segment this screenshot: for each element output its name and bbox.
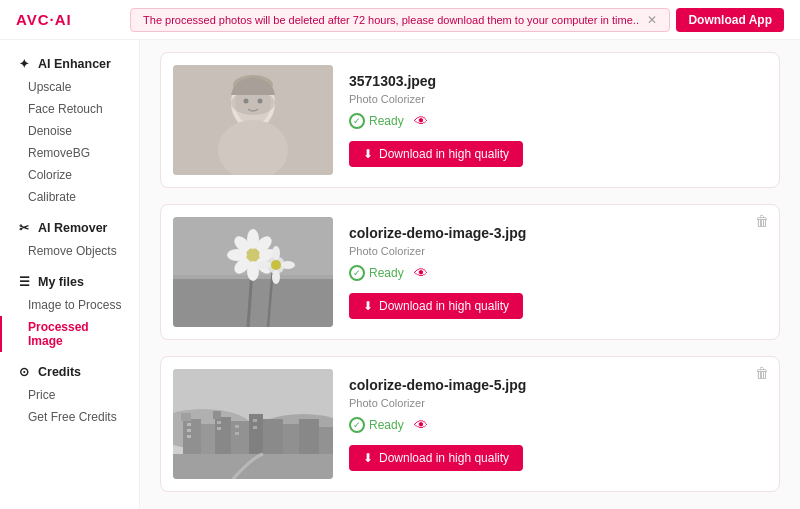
download-icon-0: ⬇ xyxy=(363,147,373,161)
svg-rect-41 xyxy=(283,424,299,454)
svg-point-5 xyxy=(244,99,249,104)
sidebar-item-processed-image[interactable]: Processed Image xyxy=(0,316,139,352)
sidebar-item-removebg[interactable]: RemoveBG xyxy=(0,142,139,164)
status-row-2: ✓ Ready 👁 xyxy=(349,417,767,433)
svg-rect-53 xyxy=(173,454,333,479)
svg-rect-42 xyxy=(299,419,319,454)
svg-rect-49 xyxy=(235,425,239,428)
svg-rect-51 xyxy=(253,419,257,422)
notice-close-icon[interactable]: ✕ xyxy=(647,13,657,27)
sidebar-item-upscale[interactable]: Upscale xyxy=(0,76,139,98)
svg-rect-34 xyxy=(181,413,191,421)
svg-rect-45 xyxy=(187,429,191,432)
svg-rect-33 xyxy=(183,419,201,454)
eye-icon-1[interactable]: 👁 xyxy=(414,265,428,281)
status-row-1: ✓ Ready 👁 xyxy=(349,265,767,281)
sidebar-item-get-free-credits[interactable]: Get Free Credits xyxy=(0,406,139,428)
header: AVC·AI The processed photos will be dele… xyxy=(0,0,800,40)
sidebar-item-remove-objects[interactable]: Remove Objects xyxy=(0,240,139,262)
credits-icon: ⊙ xyxy=(16,364,32,380)
svg-rect-9 xyxy=(173,277,333,327)
svg-point-24 xyxy=(271,260,281,270)
image-type-1: Photo Colorizer xyxy=(349,245,767,257)
svg-point-26 xyxy=(272,270,280,284)
ai-enhancer-icon: ✦ xyxy=(16,56,32,72)
sidebar-item-denoise[interactable]: Denoise xyxy=(0,120,139,142)
main-layout: ✦ AI Enhancer Upscale Face Retouch Denoi… xyxy=(0,40,800,509)
download-icon-2: ⬇ xyxy=(363,451,373,465)
sidebar-item-calibrate[interactable]: Calibrate xyxy=(0,186,139,208)
image-thumb-0 xyxy=(173,65,333,175)
delete-icon-1[interactable]: 🗑 xyxy=(755,213,769,229)
svg-rect-50 xyxy=(235,432,239,435)
sidebar-section-title-credits: ⊙ Credits xyxy=(0,360,139,384)
image-thumb-1 xyxy=(173,217,333,327)
ai-remover-icon: ✂ xyxy=(16,220,32,236)
svg-rect-46 xyxy=(187,435,191,438)
download-icon-1: ⬇ xyxy=(363,299,373,313)
svg-rect-35 xyxy=(201,424,215,454)
svg-rect-43 xyxy=(319,427,333,454)
image-info-2: colorize-demo-image-5.jpg Photo Colorize… xyxy=(349,377,767,471)
status-badge-2: ✓ Ready xyxy=(349,417,404,433)
check-icon-1: ✓ xyxy=(349,265,365,281)
image-info-1: colorize-demo-image-3.jpg Photo Colorize… xyxy=(349,225,767,319)
sidebar-item-price[interactable]: Price xyxy=(0,384,139,406)
sidebar-item-face-retouch[interactable]: Face Retouch xyxy=(0,98,139,120)
sidebar-section-title-ai-enhancer: ✦ AI Enhancer xyxy=(0,52,139,76)
download-app-button[interactable]: Download App xyxy=(676,8,784,32)
sidebar-item-colorize[interactable]: Colorize xyxy=(0,164,139,186)
eye-icon-0[interactable]: 👁 xyxy=(414,113,428,129)
svg-point-6 xyxy=(258,99,263,104)
my-files-icon: ☰ xyxy=(16,274,32,290)
image-filename-0: 3571303.jpeg xyxy=(349,73,767,89)
image-card-1: 🗑 xyxy=(160,204,780,340)
image-type-2: Photo Colorizer xyxy=(349,397,767,409)
svg-rect-48 xyxy=(217,427,221,430)
sidebar-item-image-to-process[interactable]: Image to Process xyxy=(0,294,139,316)
image-filename-1: colorize-demo-image-3.jpg xyxy=(349,225,767,241)
status-row-0: ✓ Ready 👁 xyxy=(349,113,767,129)
status-badge-0: ✓ Ready xyxy=(349,113,404,129)
sidebar-section-credits: ⊙ Credits Price Get Free Credits xyxy=(0,360,139,428)
svg-rect-40 xyxy=(263,419,283,454)
delete-icon-2[interactable]: 🗑 xyxy=(755,365,769,381)
status-badge-1: ✓ Ready xyxy=(349,265,404,281)
sidebar-section-title-my-files: ☰ My files xyxy=(0,270,139,294)
image-filename-2: colorize-demo-image-5.jpg xyxy=(349,377,767,393)
notice-banner: The processed photos will be deleted aft… xyxy=(130,8,670,32)
image-thumb-2 xyxy=(173,369,333,479)
sidebar: ✦ AI Enhancer Upscale Face Retouch Denoi… xyxy=(0,40,140,509)
main-content: 3571303.jpeg Photo Colorizer ✓ Ready 👁 ⬇… xyxy=(140,40,800,509)
image-card-0: 3571303.jpeg Photo Colorizer ✓ Ready 👁 ⬇… xyxy=(160,52,780,188)
notice-text: The processed photos will be deleted aft… xyxy=(143,14,639,26)
download-button-0[interactable]: ⬇ Download in high quality xyxy=(349,141,523,167)
sidebar-section-title-ai-remover: ✂ AI Remover xyxy=(0,216,139,240)
sidebar-section-ai-enhancer: ✦ AI Enhancer Upscale Face Retouch Denoi… xyxy=(0,52,139,208)
svg-rect-37 xyxy=(213,411,221,419)
check-icon-2: ✓ xyxy=(349,417,365,433)
image-card-2: 🗑 xyxy=(160,356,780,492)
svg-rect-44 xyxy=(187,423,191,426)
sidebar-section-my-files: ☰ My files Image to Process Processed Im… xyxy=(0,270,139,352)
logo: AVC·AI xyxy=(16,11,72,28)
svg-point-28 xyxy=(281,261,295,269)
check-icon-0: ✓ xyxy=(349,113,365,129)
download-button-2[interactable]: ⬇ Download in high quality xyxy=(349,445,523,471)
eye-icon-2[interactable]: 👁 xyxy=(414,417,428,433)
image-type-0: Photo Colorizer xyxy=(349,93,767,105)
svg-point-27 xyxy=(257,261,271,269)
sidebar-section-ai-remover: ✂ AI Remover Remove Objects xyxy=(0,216,139,262)
svg-point-25 xyxy=(272,246,280,260)
download-button-1[interactable]: ⬇ Download in high quality xyxy=(349,293,523,319)
image-info-0: 3571303.jpeg Photo Colorizer ✓ Ready 👁 ⬇… xyxy=(349,73,767,167)
svg-rect-38 xyxy=(231,421,249,454)
svg-rect-52 xyxy=(253,426,257,429)
svg-rect-47 xyxy=(217,421,221,424)
